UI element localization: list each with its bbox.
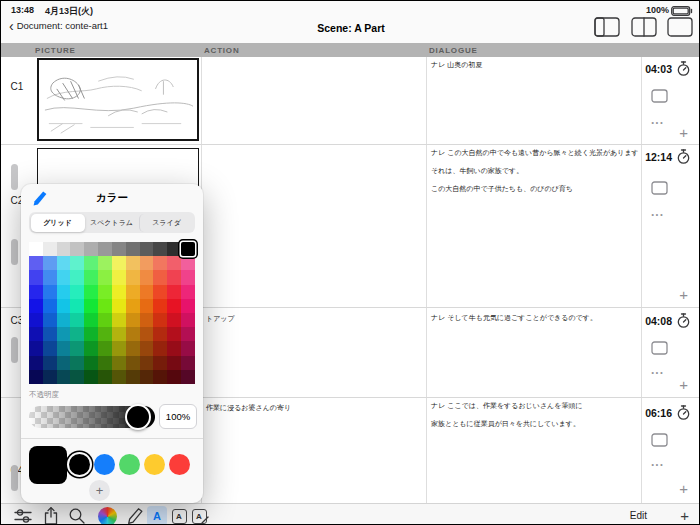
row-more-button[interactable]: ... (651, 367, 664, 373)
color-swatch[interactable] (112, 299, 126, 313)
color-swatch[interactable] (57, 299, 71, 313)
color-swatch[interactable] (43, 370, 57, 384)
saved-color[interactable] (69, 454, 90, 475)
color-swatch[interactable] (84, 341, 98, 355)
color-swatch[interactable] (140, 299, 154, 313)
color-swatch[interactable] (181, 270, 195, 284)
pen-tool-icon[interactable] (125, 506, 145, 525)
color-swatch[interactable] (181, 299, 195, 313)
color-swatch[interactable] (43, 285, 57, 299)
saved-color[interactable] (94, 454, 115, 475)
color-swatch[interactable] (140, 313, 154, 327)
layout-full-page-icon[interactable] (667, 17, 693, 37)
add-saved-color-button[interactable]: + (89, 480, 110, 501)
color-swatch[interactable] (126, 341, 140, 355)
color-swatch[interactable] (140, 341, 154, 355)
color-swatch[interactable] (167, 242, 181, 256)
color-swatch[interactable] (43, 256, 57, 270)
color-swatch[interactable] (57, 313, 71, 327)
color-swatch[interactable] (126, 313, 140, 327)
layout-two-pane-icon[interactable] (631, 17, 657, 37)
add-row-button[interactable]: + (679, 127, 688, 139)
color-swatch[interactable] (57, 256, 71, 270)
color-swatch[interactable] (70, 341, 84, 355)
color-swatch[interactable] (29, 299, 43, 313)
tab-spectrum[interactable]: スペクトラム (85, 214, 139, 232)
color-swatch[interactable] (29, 327, 43, 341)
color-swatch[interactable] (167, 341, 181, 355)
color-swatch[interactable] (112, 341, 126, 355)
color-swatch[interactable] (126, 370, 140, 384)
saved-color[interactable] (119, 454, 140, 475)
color-swatch[interactable] (98, 285, 112, 299)
toolbar-add-button[interactable]: + (680, 507, 689, 524)
row-drag-handle[interactable] (11, 465, 18, 491)
color-swatch[interactable] (98, 256, 112, 270)
color-swatch[interactable] (43, 313, 57, 327)
color-swatch[interactable] (70, 370, 84, 384)
color-swatch[interactable] (126, 285, 140, 299)
duration-c1[interactable]: 04:03 (645, 61, 691, 77)
color-wheel-icon[interactable] (97, 506, 117, 525)
color-swatch[interactable] (167, 370, 181, 384)
color-swatch[interactable] (29, 256, 43, 270)
color-swatch[interactable] (57, 327, 71, 341)
frame-layout-icon[interactable] (651, 89, 668, 103)
color-swatch[interactable] (98, 327, 112, 341)
color-swatch[interactable] (29, 270, 43, 284)
color-swatch[interactable] (140, 356, 154, 370)
color-swatch[interactable] (126, 299, 140, 313)
color-swatch[interactable] (140, 285, 154, 299)
color-swatch[interactable] (57, 242, 71, 256)
text-frame-pen-tool-icon[interactable]: A (189, 506, 209, 525)
storyboard-picture-c1[interactable] (37, 58, 199, 141)
color-swatch[interactable] (153, 341, 167, 355)
current-color-swatch[interactable] (29, 446, 67, 484)
color-swatch[interactable] (43, 270, 57, 284)
color-swatch[interactable] (57, 356, 71, 370)
color-swatch[interactable] (70, 270, 84, 284)
color-swatch[interactable] (84, 285, 98, 299)
duration-c4[interactable]: 06:16 (645, 405, 691, 421)
color-swatch[interactable] (43, 299, 57, 313)
color-swatch[interactable] (29, 370, 43, 384)
row-more-button[interactable]: ... (651, 459, 664, 465)
tab-grid[interactable]: グリッド (31, 214, 85, 232)
color-swatch[interactable] (181, 370, 195, 384)
color-swatch[interactable] (112, 256, 126, 270)
color-swatch[interactable] (43, 242, 57, 256)
color-swatch[interactable] (181, 242, 195, 256)
color-swatch[interactable] (112, 242, 126, 256)
color-swatch[interactable] (57, 270, 71, 284)
color-swatch[interactable] (112, 270, 126, 284)
color-swatch[interactable] (126, 356, 140, 370)
duration-c3[interactable]: 04:08 (645, 313, 691, 329)
color-swatch[interactable] (167, 356, 181, 370)
color-swatch[interactable] (153, 270, 167, 284)
layout-split-view-icon[interactable] (594, 17, 620, 37)
frame-layout-icon[interactable] (651, 181, 668, 195)
color-swatch[interactable] (181, 327, 195, 341)
color-swatch[interactable] (140, 270, 154, 284)
color-swatch[interactable] (98, 313, 112, 327)
color-swatch[interactable] (126, 270, 140, 284)
saved-color[interactable] (169, 454, 190, 475)
opacity-value-field[interactable]: 100% (159, 404, 197, 429)
color-swatch[interactable] (140, 256, 154, 270)
color-swatch[interactable] (153, 370, 167, 384)
color-swatch[interactable] (84, 313, 98, 327)
frame-layout-icon[interactable] (651, 341, 668, 355)
color-swatch[interactable] (181, 313, 195, 327)
color-swatch[interactable] (112, 327, 126, 341)
color-swatch[interactable] (98, 356, 112, 370)
color-swatch[interactable] (98, 299, 112, 313)
color-swatch[interactable] (29, 242, 43, 256)
color-swatch[interactable] (29, 341, 43, 355)
color-swatch[interactable] (112, 370, 126, 384)
add-row-button[interactable]: + (679, 483, 688, 495)
color-swatch[interactable] (181, 285, 195, 299)
color-swatch[interactable] (43, 327, 57, 341)
color-swatch[interactable] (167, 327, 181, 341)
row-drag-handle[interactable] (11, 337, 18, 363)
color-swatch[interactable] (70, 327, 84, 341)
